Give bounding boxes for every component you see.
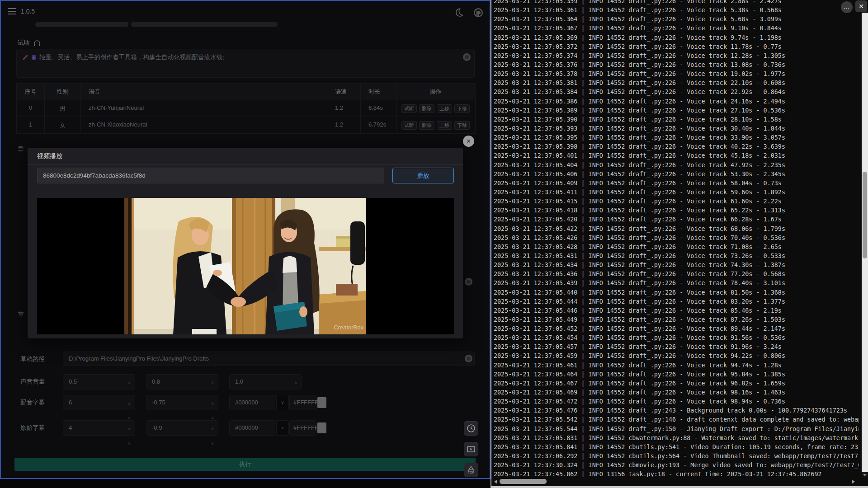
modal-title: 视频播放 xyxy=(37,152,62,160)
log-line: 2025-03-21 12:37:05.374 | INFO 14552 dra… xyxy=(494,52,859,61)
log-line: 2025-03-21 12:37:05.415 | INFO 14552 dra… xyxy=(494,197,859,206)
modal-close-icon[interactable]: ✕ xyxy=(463,136,474,147)
history-clock-button[interactable] xyxy=(464,421,478,436)
log-line: 2025-03-21 12:37:05.449 | INFO 14552 dra… xyxy=(494,315,859,324)
log-line: 2025-03-21 12:37:05.384 | INFO 14552 dra… xyxy=(494,88,859,97)
scroll-left-arrow-icon[interactable] xyxy=(494,479,497,484)
vertical-scrollbar[interactable] xyxy=(862,13,868,472)
console-close-icon[interactable]: ✕ xyxy=(855,0,867,12)
video-playback-modal: ✕ 视频播放 86800e8dc2d94bf7abacda836fac5f8d … xyxy=(28,148,463,338)
log-line: 2025-03-21 12:37:05.426 | INFO 14552 dra… xyxy=(494,234,859,243)
log-line: 2025-03-21 12:37:05.472 | INFO 14552 dra… xyxy=(494,397,859,406)
log-console-window: 2025-03-21 12:37:05.359 | INFO 14552 dra… xyxy=(491,0,868,488)
log-line: 2025-03-21 12:37:05.464 | INFO 14552 dra… xyxy=(494,370,859,379)
log-line: 2025-03-21 12:37:05.420 | INFO 14552 dra… xyxy=(494,215,859,224)
log-line: 2025-03-21 12:37:05.389 | INFO 14552 dra… xyxy=(494,106,859,115)
log-line: 2025-03-21 12:37:05.469 | INFO 14552 dra… xyxy=(494,388,859,397)
log-line: 2025-03-21 12:37:05.444 | INFO 14552 dra… xyxy=(494,297,859,306)
log-line: 2025-03-21 12:37:05.404 | INFO 14552 dra… xyxy=(494,161,859,170)
log-line: 2025-03-21 12:37:05.398 | INFO 14552 dra… xyxy=(494,142,859,151)
log-line: 2025-03-21 12:37:05.459 | INFO 14552 dra… xyxy=(494,352,859,361)
log-line: 2025-03-21 12:37:05.386 | INFO 14552 dra… xyxy=(494,97,859,106)
vertical-scrollbar-thumb[interactable] xyxy=(863,172,867,258)
horizontal-scrollbar-thumb[interactable] xyxy=(500,479,547,484)
log-line: 2025-03-21 12:37:05.367 | INFO 14552 dra… xyxy=(494,24,859,33)
log-line: 2025-03-21 12:37:05.467 | INFO 14552 dra… xyxy=(494,379,859,388)
log-line: 2025-03-21 12:37:05.378 | INFO 14552 dra… xyxy=(494,70,859,79)
scroll-right-arrow-icon[interactable] xyxy=(852,479,855,484)
log-line: 2025-03-21 12:37:05.841 | INFO 14552 cbu… xyxy=(494,443,859,452)
creatorbox-app-window: 1.0.5 试听 xyxy=(0,0,491,479)
log-line: 2025-03-21 12:37:05.439 | INFO 14552 dra… xyxy=(494,279,859,288)
log-line: 2025-03-21 12:37:05.393 | INFO 14552 dra… xyxy=(494,124,859,133)
log-line: 2025-03-21 12:37:05.361 | INFO 14552 dra… xyxy=(494,6,859,15)
log-line: 2025-03-21 12:37:05.454 | INFO 14552 dra… xyxy=(494,333,859,343)
clock-icon xyxy=(467,424,476,433)
video-id-input[interactable]: 86800e8dc2d94bf7abacda836fac5f8d xyxy=(37,168,384,183)
overlay-more-button[interactable]: … xyxy=(841,1,853,13)
play-button[interactable]: 播放 xyxy=(392,168,454,183)
log-line: 2025-03-21 12:37:05.422 | INFO 14552 dra… xyxy=(494,225,859,234)
log-line: 2025-03-21 12:37:05.436 | INFO 14552 dra… xyxy=(494,270,859,279)
log-line: 2025-03-21 12:37:05.440 | INFO 14552 dra… xyxy=(494,288,859,297)
log-line: 2025-03-21 12:37:05.381 | INFO 14552 dra… xyxy=(494,79,859,88)
desktop-gap xyxy=(0,479,491,488)
log-line: 2025-03-21 12:37:05.395 | INFO 14552 dra… xyxy=(494,133,859,142)
video-watermark: CreatorBox xyxy=(334,324,363,331)
log-line: 2025-03-21 12:37:05.418 | INFO 14552 dra… xyxy=(494,206,859,215)
log-line: 2025-03-21 12:37:05.364 | INFO 14552 dra… xyxy=(494,15,859,24)
log-line: 2025-03-21 12:37:05.457 | INFO 14552 dra… xyxy=(494,343,859,352)
log-line: 2025-03-21 12:37:05.452 | INFO 14552 dra… xyxy=(494,324,859,333)
video-player[interactable]: CreatorBox xyxy=(37,198,454,334)
log-line: 2025-03-21 12:37:05.369 | INFO 14552 dra… xyxy=(494,33,859,42)
log-line: 2025-03-21 12:37:05.431 | INFO 14552 dra… xyxy=(494,252,859,261)
modal-divider xyxy=(28,164,463,164)
log-line: 2025-03-21 12:37:05.401 | INFO 14552 dra… xyxy=(494,151,859,160)
log-line: 2025-03-21 12:37:05.476 | INFO 14552 dra… xyxy=(494,406,859,415)
log-line: 2025-03-21 12:37:05.390 | INFO 14552 dra… xyxy=(494,115,859,124)
log-line: 2025-03-21 12:37:05.406 | INFO 14552 dra… xyxy=(494,170,859,179)
horizontal-scrollbar[interactable] xyxy=(491,477,868,486)
arrow-up-icon xyxy=(467,466,475,471)
log-line: 2025-03-21 12:37:05.434 | INFO 14552 dra… xyxy=(494,261,859,270)
video-icon xyxy=(467,445,476,454)
log-line: 2025-03-21 12:37:05.542 | INFO 14552 dra… xyxy=(494,415,859,424)
log-line: 2025-03-21 12:37:05.411 | INFO 14552 dra… xyxy=(494,188,859,197)
log-line: 2025-03-21 12:37:05.461 | INFO 14552 dra… xyxy=(494,361,859,370)
log-line: 2025-03-21 12:37:05.372 | INFO 14552 dra… xyxy=(494,42,859,52)
video-frame-image xyxy=(124,198,366,334)
log-line: 2025-03-21 12:37:06.292 | INFO 14552 cbu… xyxy=(494,452,859,461)
log-line: 2025-03-21 12:37:05.359 | INFO 14552 dra… xyxy=(494,0,859,6)
log-line: 2025-03-21 12:37:05.376 | INFO 14552 dra… xyxy=(494,61,859,70)
window-bottom-edge xyxy=(491,486,868,488)
log-line: 2025-03-21 12:37:05.446 | INFO 14552 dra… xyxy=(494,306,859,315)
log-line: 2025-03-21 12:37:05.831 | INFO 14552 cbw… xyxy=(494,434,859,443)
screenshot-root: 1.0.5 试听 xyxy=(0,0,868,488)
log-line: 2025-03-21 12:37:05.544 | INFO 14552 dra… xyxy=(494,425,859,434)
top-label: TOP xyxy=(468,471,474,474)
console-log-lines: 2025-03-21 12:37:05.359 | INFO 14552 dra… xyxy=(494,0,859,479)
log-line: 2025-03-21 12:37:30.324 | INFO 14552 cbm… xyxy=(494,461,859,470)
log-line: 2025-03-21 12:37:05.409 | INFO 14552 dra… xyxy=(494,179,859,188)
back-to-top-button[interactable]: TOP xyxy=(464,463,478,477)
log-line: 2025-03-21 12:37:05.428 | INFO 14552 dra… xyxy=(494,243,859,252)
video-preview-button[interactable] xyxy=(464,442,478,456)
